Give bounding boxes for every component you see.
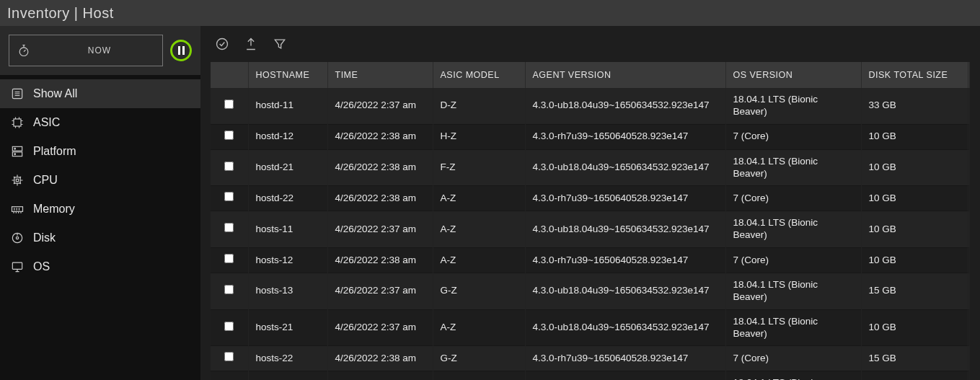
cell-hostname: hosts-21 — [248, 309, 327, 346]
cell-hostname: hosts-11 — [248, 211, 327, 248]
cell-os: 7 (Core) — [725, 124, 861, 149]
table-row[interactable]: hosts-114/26/2022 2:37 amA-Z4.3.0-ub18.0… — [211, 211, 970, 248]
col-asic[interactable]: ASIC MODEL — [433, 62, 525, 88]
hosts-table: HOSTNAME TIME ASIC MODEL AGENT VERSION O… — [211, 62, 970, 380]
cell-disk: 15 GB — [861, 346, 968, 371]
row-checkbox[interactable] — [224, 322, 234, 331]
cell-time: 4/26/2022 2:38 am — [327, 346, 433, 371]
row-checkbox-cell — [211, 211, 248, 248]
cell-time: 4/26/2022 2:38 am — [327, 248, 433, 273]
table-row[interactable]: hostd-114/26/2022 2:37 amD-Z4.3.0-ub18.0… — [211, 88, 970, 124]
sidebar-item-disk[interactable]: Disk — [0, 224, 200, 252]
time-now-button[interactable]: NOW — [9, 35, 163, 66]
cell-disk: 10 GB — [861, 211, 968, 248]
main-panel: HOSTNAME TIME ASIC MODEL AGENT VERSION O… — [200, 26, 980, 380]
row-checkbox-cell — [211, 88, 248, 124]
cell-asic: A-Z — [433, 211, 525, 248]
table-row[interactable]: hosts-214/26/2022 2:37 amA-Z4.3.0-ub18.0… — [211, 309, 970, 346]
row-checkbox[interactable] — [224, 285, 234, 294]
cell-tail — [968, 149, 970, 186]
cell-asic: D-Z — [433, 88, 525, 124]
cell-disk: 10 GB — [861, 248, 968, 273]
cell-disk: 10 GB — [861, 124, 968, 149]
row-checkbox[interactable] — [224, 162, 234, 171]
row-checkbox-cell — [211, 248, 248, 273]
row-checkbox[interactable] — [224, 223, 234, 232]
sidebar-item-show-all[interactable]: Show All — [0, 79, 200, 108]
col-agent[interactable]: AGENT VERSION — [525, 62, 725, 88]
svg-rect-9 — [12, 207, 23, 212]
table-row[interactable]: hosts-224/26/2022 2:38 amG-Z4.3.0-rh7u39… — [211, 346, 970, 371]
cell-hostname: hostd-22 — [248, 186, 327, 211]
sidebar-item-asic[interactable]: ASIC — [0, 108, 200, 137]
svg-rect-12 — [12, 262, 22, 269]
cell-tail — [968, 273, 970, 309]
sidebar-item-label: CPU — [33, 174, 58, 187]
row-checkbox[interactable] — [224, 192, 234, 201]
cell-tail — [968, 186, 970, 211]
svg-point-0 — [19, 48, 28, 56]
cell-agent: 4.3.0-ub18.04u39~1650634532.923e147 — [525, 211, 725, 248]
row-checkbox[interactable] — [224, 131, 234, 140]
sidebar-item-os[interactable]: OS — [0, 252, 200, 281]
cell-os: 18.04.1 LTS (Bionic Beaver) — [725, 371, 861, 380]
cell-os: 18.04.1 LTS (Bionic Beaver) — [725, 88, 861, 124]
cell-time: 4/26/2022 2:37 am — [327, 211, 433, 248]
cell-os: 18.04.1 LTS (Bionic Beaver) — [725, 273, 861, 309]
cell-hostname: hostd-21 — [248, 149, 327, 186]
filter-button[interactable] — [273, 37, 287, 51]
list-icon — [10, 87, 25, 101]
export-button[interactable] — [244, 37, 258, 51]
row-checkbox-cell — [211, 273, 248, 309]
row-checkbox-cell — [211, 309, 248, 346]
row-checkbox[interactable] — [224, 352, 234, 361]
page-title-text: Inventory | Host — [7, 5, 114, 22]
os-icon — [10, 260, 25, 274]
check-circle-icon — [215, 37, 229, 51]
col-disk[interactable]: DISK TOTAL SIZE — [861, 62, 968, 88]
col-hostname[interactable]: HOSTNAME — [248, 62, 327, 88]
row-checkbox-cell — [211, 124, 248, 149]
cell-asic: A-Z — [433, 371, 525, 380]
table-row[interactable]: hosts-134/26/2022 2:37 amG-Z4.3.0-ub18.0… — [211, 273, 970, 309]
table-header-row: HOSTNAME TIME ASIC MODEL AGENT VERSION O… — [211, 62, 970, 88]
table-row[interactable]: hostd-224/26/2022 2:38 amA-Z4.3.0-rh7u39… — [211, 186, 970, 211]
svg-point-11 — [16, 237, 18, 239]
cell-os: 18.04.1 LTS (Bionic Beaver) — [725, 211, 861, 248]
row-checkbox[interactable] — [224, 100, 234, 109]
pause-button[interactable] — [170, 40, 192, 61]
cell-disk: 10 GB — [861, 186, 968, 211]
col-checkbox[interactable] — [211, 62, 248, 88]
cell-agent: 4.3.0-ub18.04u39~1650634532.923e147 — [525, 149, 725, 186]
table-row[interactable]: hostd-214/26/2022 2:38 amF-Z4.3.0-ub18.0… — [211, 149, 970, 186]
cell-asic: H-Z — [433, 124, 525, 149]
col-tail — [968, 62, 970, 88]
row-checkbox[interactable] — [224, 254, 234, 263]
col-os[interactable]: OS VERSION — [725, 62, 861, 88]
sidebar-item-platform[interactable]: Platform — [0, 137, 200, 166]
sidebar-item-memory[interactable]: Memory — [0, 195, 200, 224]
cell-agent: 4.3.0-ub18.04u39~1650634532.923e147 — [525, 371, 725, 380]
cell-hostname: hostd-12 — [248, 124, 327, 149]
cell-hostname: hosts-22 — [248, 346, 327, 371]
table-row[interactable]: hosts-124/26/2022 2:38 amA-Z4.3.0-rh7u39… — [211, 248, 970, 273]
table-row[interactable]: hosts-234/26/2022 2:37 amA-Z4.3.0-ub18.0… — [211, 371, 970, 380]
cell-disk: 15 GB — [861, 273, 968, 309]
cell-disk: 10 GB — [861, 149, 968, 186]
cell-agent: 4.3.0-rh7u39~1650640528.923e147 — [525, 124, 725, 149]
cell-tail — [968, 88, 970, 124]
col-time[interactable]: TIME — [327, 62, 433, 88]
sidebar-item-label: Platform — [33, 145, 76, 158]
cell-os: 18.04.1 LTS (Bionic Beaver) — [725, 149, 861, 186]
chip-icon — [10, 115, 25, 130]
cell-agent: 4.3.0-rh7u39~1650640528.923e147 — [525, 346, 725, 371]
cell-asic: A-Z — [433, 309, 525, 346]
cell-hostname: hostd-11 — [248, 88, 327, 124]
svg-rect-8 — [16, 179, 18, 181]
cell-disk: 10 GB — [861, 309, 968, 346]
select-all-button[interactable] — [215, 37, 229, 51]
cpu-icon — [10, 173, 25, 187]
sidebar-item-cpu[interactable]: CPU — [0, 166, 200, 195]
row-checkbox-cell — [211, 346, 248, 371]
table-row[interactable]: hostd-124/26/2022 2:38 amH-Z4.3.0-rh7u39… — [211, 124, 970, 149]
